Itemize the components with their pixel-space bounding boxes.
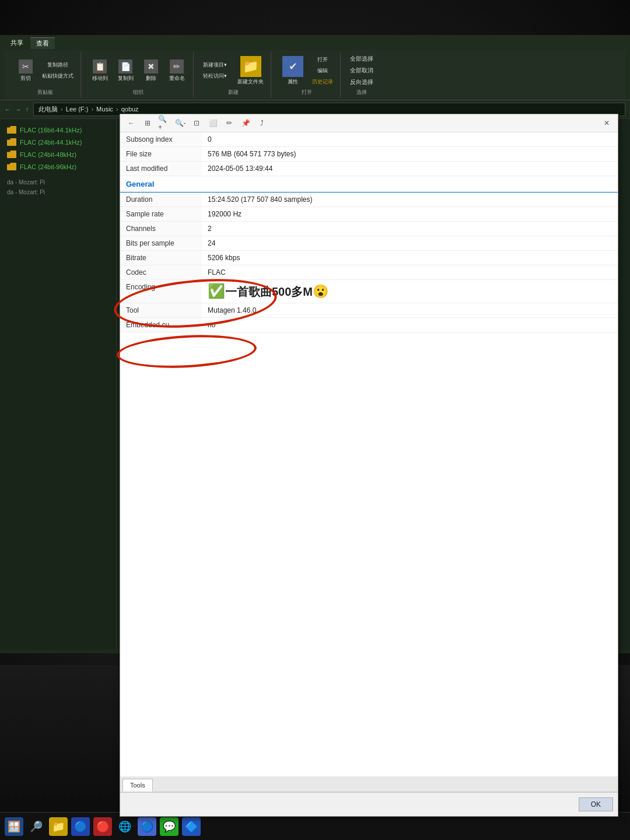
filesize-value: 576 MB (604 571 773 bytes) [202,147,618,161]
dialog-crop-button[interactable]: ⬜ [206,117,219,130]
bits-label: Bits per sample [120,236,202,250]
clipboard-buttons: ✂ 剪切 复制路径 粘贴快捷方式 [14,54,76,88]
copy-icon: 📄 [118,60,132,74]
duration-value: 15:24.520 (177 507 840 samples) [202,192,618,206]
dialog-zoom-out-button[interactable]: 🔍- [174,117,187,130]
taskbar-chat-icon[interactable]: 💬 [160,817,178,836]
taskbar-app3-icon[interactable]: 🔵 [138,817,156,836]
dialog-edit-button[interactable]: ✏ [223,117,236,130]
taskbar-files-icon[interactable]: 📁 [49,817,68,836]
clipboard-label: 剪贴板 [37,88,53,96]
props-row-modified: Last modified 2024-05-05 13:49:44 [120,162,618,176]
props-row-samplerate: Sample rate 192000 Hz [120,207,618,222]
props-row-bitrate: Bitrate 5206 kbps [120,251,618,265]
easy-access-button[interactable]: 轻松访问▾ [201,71,229,81]
ribbon-group-open: ✔ 属性 打开 编辑 历史记录 打开 [274,52,341,97]
channels-value: 2 [202,222,618,236]
ribbon-group-new: 新建项目▾ 轻松访问▾ 📁 新建文件夹 新建 [196,52,271,97]
history-button[interactable]: 历史记录 [310,77,335,87]
dialog-zoom-in-button[interactable]: 🔍+ [158,117,170,130]
back-button[interactable]: ← [5,106,10,113]
invert-selection-button[interactable]: 反向选择 [348,77,376,88]
dialog-back-button[interactable]: ← [125,117,138,130]
breadcrumb-music[interactable]: Music [96,106,113,113]
general-section-header: General [120,176,618,192]
select-label: 选择 [356,88,367,96]
props-row-embedded: Embedded cu... no [120,318,618,332]
select-all-button[interactable]: 全部选择 [348,54,376,64]
folder-new-icon: 📁 [240,56,261,77]
folder-flac-16-441[interactable]: FLAC (16bit-44.1kHz) [2,124,114,136]
codec-label: Codec [120,265,202,279]
delete-button[interactable]: ✖ 删除 [139,58,163,83]
subsong-value: 0 [202,132,618,146]
modified-value: 2024-05-05 13:49:44 [202,162,618,176]
props-row-bits: Bits per sample 24 [120,236,618,251]
breadcrumb-computer[interactable]: 此电脑 [38,106,58,113]
folder-flac-24-441[interactable]: FLAC (24bit-44.1kHz) [2,136,114,148]
samplerate-label: Sample rate [120,207,202,221]
dialog-fit-button[interactable]: ⊡ [190,117,203,130]
properties-dialog: ← ⊞ 🔍+ 🔍- ⊡ ⬜ ✏ 📌 ⤴ ✕ Subsong index 0 Fi… [120,114,618,817]
taskbar-start-icon[interactable]: 🪟 [5,817,23,836]
folder-icon [7,163,16,170]
tools-tab[interactable]: Tools [123,779,153,792]
ribbon-group-organize: 📋 移动到 📄 复制到 ✖ 删除 ✏ 重命名 [83,52,194,97]
sidebar-panel: FLAC (16bit-44.1kHz) FLAC (24bit-44.1kHz… [0,119,117,650]
taskbar-app2-icon[interactable]: 🔴 [93,817,112,836]
bitrate-value: 5206 kbps [202,251,618,265]
bitrate-label: Bitrate [120,251,202,265]
organize-buttons: 📋 移动到 📄 复制到 ✖ 删除 ✏ 重命名 [88,54,188,88]
new-folder-button[interactable]: 📁 新建文件夹 [235,55,266,87]
copy-to-button[interactable]: 📄 复制到 [114,58,137,83]
open-button[interactable]: 打开 [310,55,335,65]
folder-flac-24-96[interactable]: FLAC (24bit-96kHz) [2,160,114,173]
tool-value: Mutagen 1.46.0 [202,303,618,317]
ribbon-content: ✂ 剪切 复制路径 粘贴快捷方式 剪贴板 [5,50,625,100]
properties-icon: ✔ [282,56,303,77]
rename-button[interactable]: ✏ 重命名 [165,58,188,83]
paste-shortcut-button[interactable]: 粘贴快捷方式 [40,71,76,81]
properties-button[interactable]: ✔ 属性 [278,55,307,87]
encoding-value: ✅一首歌曲500多M😮 [202,280,618,303]
dialog-share-button[interactable]: ⤴ [256,117,268,130]
dialog-close-button[interactable]: ✕ [600,117,613,130]
dialog-pin-button[interactable]: 📌 [239,117,252,130]
taskbar-app4-icon[interactable]: 🔷 [182,817,201,836]
taskbar-search-icon[interactable]: 🔎 [27,817,46,836]
select-none-button[interactable]: 全部取消 [348,65,376,76]
ribbon: 共享 查看 ✂ 剪切 复制路径 粘贴快捷方式 [0,35,630,100]
dialog-tabs: Tools [120,776,618,792]
props-row-duration: Duration 15:24.520 (177 507 840 samples) [120,192,618,207]
copy-path-button[interactable]: 复制路径 [40,60,76,70]
ribbon-group-clipboard: ✂ 剪切 复制路径 粘贴快捷方式 剪贴板 [9,52,81,97]
edit-button[interactable]: 编辑 [310,66,335,76]
props-row-tool: Tool Mutagen 1.46.0 [120,303,618,318]
file-item-2[interactable]: da - Mozart: Pi [2,187,114,197]
organize-label: 组织 [133,88,144,96]
new-label: 新建 [228,88,239,96]
ribbon-tab-share[interactable]: 共享 [5,37,29,49]
new-buttons: 新建项目▾ 轻松访问▾ 📁 新建文件夹 [201,54,266,88]
folder-flac-24-48[interactable]: FLAC (24bit-48kHz) [2,148,114,160]
ribbon-tab-view[interactable]: 查看 [30,37,55,49]
up-button[interactable]: ↑ [26,106,29,113]
breadcrumb-qobuz[interactable]: qobuz [121,106,139,113]
taskbar-browser-icon[interactable]: 🌐 [116,817,134,836]
dialog-content: Subsong index 0 File size 576 MB (604 57… [120,132,618,776]
ok-button[interactable]: OK [579,797,613,811]
scissors-icon: ✂ [19,60,33,74]
channels-label: Channels [120,222,202,236]
forward-button[interactable]: → [15,106,21,113]
dialog-grid-button[interactable]: ⊞ [141,117,154,130]
new-item-button[interactable]: 新建项目▾ [201,60,229,70]
cut-button[interactable]: ✂ 剪切 [14,58,37,83]
props-row-subsong: Subsong index 0 [120,132,618,147]
codec-value: FLAC [202,265,618,279]
taskbar-app1-icon[interactable]: 🔵 [71,817,90,836]
open-buttons: ✔ 属性 打开 编辑 历史记录 [278,54,335,88]
file-item-1[interactable]: da - Mozart: Pi [2,177,114,187]
breadcrumb-drive[interactable]: Lee (F:) [66,106,89,113]
filesize-label: File size [120,147,202,161]
move-to-button[interactable]: 📋 移动到 [88,58,111,83]
